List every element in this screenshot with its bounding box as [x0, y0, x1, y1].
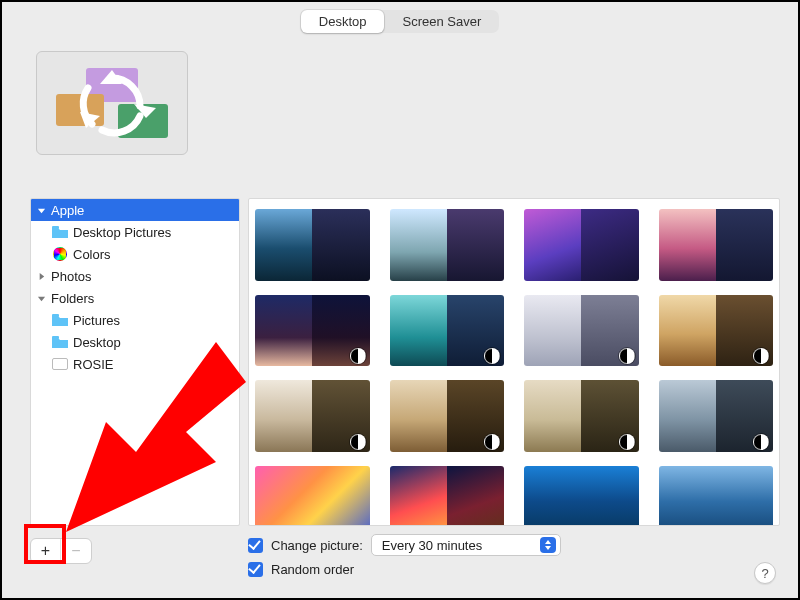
sidebar-item-label: Pictures: [73, 313, 120, 328]
wallpaper-thumb[interactable]: [524, 466, 639, 526]
wallpaper-thumb[interactable]: [390, 209, 505, 281]
svg-marker-9: [37, 296, 44, 301]
random-order-label: Random order: [271, 562, 354, 577]
add-folder-button[interactable]: +: [31, 539, 61, 563]
dynamic-badge-icon: [484, 348, 500, 364]
wallpaper-thumb[interactable]: [524, 295, 639, 367]
dynamic-badge-icon: [619, 348, 635, 364]
tab-screensaver[interactable]: Screen Saver: [384, 10, 499, 33]
sidebar-item-folders[interactable]: Folders: [31, 287, 239, 309]
folder-icon: [51, 314, 69, 326]
blank-folder-icon: [51, 358, 69, 370]
chevron-down-icon: [35, 294, 47, 303]
sidebar-item-colors[interactable]: Colors: [31, 243, 239, 265]
folder-icon: [51, 226, 69, 238]
chevron-down-icon: [35, 206, 47, 215]
change-interval-value: Every 30 minutes: [382, 538, 482, 553]
bottom-bar: + − Change picture: Every 30 minutes Ran…: [18, 532, 780, 588]
wallpaper-thumb[interactable]: [659, 380, 774, 452]
wallpaper-thumb[interactable]: [524, 209, 639, 281]
wallpaper-grid: [248, 198, 780, 526]
dynamic-badge-icon: [753, 348, 769, 364]
sidebar-item-label: ROSIE: [73, 357, 113, 372]
remove-folder-button[interactable]: −: [61, 539, 91, 563]
sidebar-item-label: Desktop Pictures: [73, 225, 171, 240]
wallpaper-thumb[interactable]: [255, 295, 370, 367]
sidebar-item-pictures[interactable]: Pictures: [31, 309, 239, 331]
segmented-control: Desktop Screen Saver: [301, 10, 499, 33]
wallpaper-thumb[interactable]: [524, 380, 639, 452]
svg-rect-10: [52, 314, 59, 317]
source-sidebar: Apple Desktop Pictures Colors Photos Fol…: [30, 198, 240, 526]
dynamic-badge-icon: [484, 434, 500, 450]
svg-rect-7: [52, 226, 59, 229]
sidebar-item-desktop-folder[interactable]: Desktop: [31, 331, 239, 353]
tab-bar: Desktop Screen Saver: [2, 2, 798, 33]
tab-desktop[interactable]: Desktop: [301, 10, 385, 33]
wallpaper-thumb[interactable]: [390, 295, 505, 367]
dynamic-badge-icon: [619, 434, 635, 450]
svg-rect-11: [52, 336, 59, 339]
sidebar-item-rosie[interactable]: ROSIE: [31, 353, 239, 375]
sidebar-item-label: Desktop: [73, 335, 121, 350]
wallpaper-thumb[interactable]: [255, 466, 370, 526]
sidebar-item-photos[interactable]: Photos: [31, 265, 239, 287]
change-picture-checkbox[interactable]: [248, 538, 263, 553]
change-interval-popup[interactable]: Every 30 minutes: [371, 534, 561, 556]
svg-marker-8: [39, 272, 44, 279]
sidebar-item-label: Folders: [51, 291, 94, 306]
wallpaper-thumb[interactable]: [390, 466, 505, 526]
add-remove-group: + −: [30, 538, 92, 564]
current-wallpaper-preview: [36, 51, 188, 155]
wallpaper-thumb[interactable]: [390, 380, 505, 452]
folder-icon: [51, 336, 69, 348]
random-order-checkbox[interactable]: [248, 562, 263, 577]
popup-arrows-icon: [540, 537, 556, 553]
dynamic-badge-icon: [350, 348, 366, 364]
wallpaper-thumb[interactable]: [255, 380, 370, 452]
help-button[interactable]: ?: [754, 562, 776, 584]
sidebar-item-desktop-pictures[interactable]: Desktop Pictures: [31, 221, 239, 243]
dynamic-badge-icon: [350, 434, 366, 450]
wallpaper-thumb[interactable]: [659, 466, 774, 526]
rotate-preview-icon: [52, 64, 172, 142]
sidebar-item-label: Apple: [51, 203, 84, 218]
sidebar-item-label: Photos: [51, 269, 91, 284]
svg-rect-1: [56, 94, 104, 126]
svg-marker-6: [37, 208, 44, 213]
wallpaper-thumb[interactable]: [659, 295, 774, 367]
sidebar-item-label: Colors: [73, 247, 111, 262]
chevron-right-icon: [35, 272, 47, 281]
wallpaper-thumb[interactable]: [659, 209, 774, 281]
dynamic-badge-icon: [753, 434, 769, 450]
color-wheel-icon: [51, 247, 69, 261]
wallpaper-thumb[interactable]: [255, 209, 370, 281]
sidebar-item-apple[interactable]: Apple: [31, 199, 239, 221]
change-picture-label: Change picture:: [271, 538, 363, 553]
